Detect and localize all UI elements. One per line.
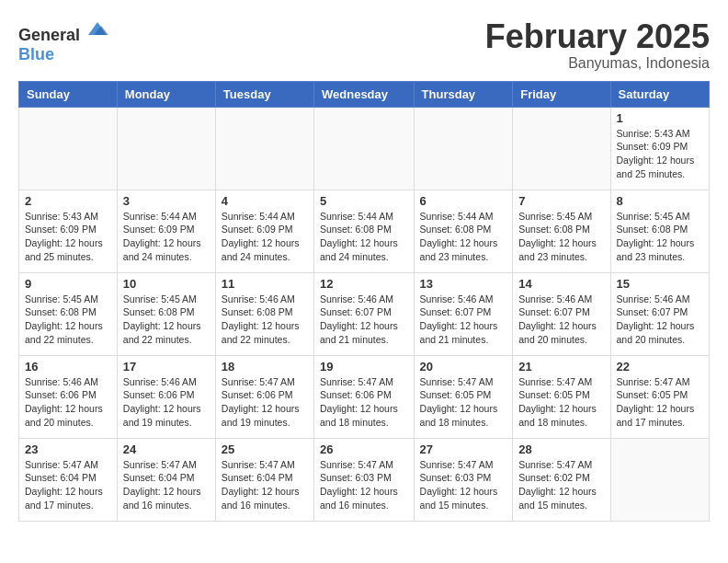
month-title: February 2025 [485,18,710,55]
day-info: Sunrise: 5:44 AM Sunset: 6:09 PM Dayligh… [222,210,308,264]
calendar-week-row: 2Sunrise: 5:43 AM Sunset: 6:09 PM Daylig… [19,190,710,272]
calendar-cell: 24Sunrise: 5:47 AM Sunset: 6:04 PM Dayli… [117,438,215,521]
day-info: Sunrise: 5:47 AM Sunset: 6:05 PM Dayligh… [617,375,703,430]
day-number: 7 [518,194,604,208]
day-number: 13 [420,277,507,291]
day-number: 10 [123,277,210,291]
day-number: 3 [123,194,210,208]
calendar-cell: 9Sunrise: 5:45 AM Sunset: 6:08 PM Daylig… [19,272,118,355]
calendar-cell [610,438,709,521]
day-info: Sunrise: 5:45 AM Sunset: 6:08 PM Dayligh… [123,293,210,347]
calendar-cell: 5Sunrise: 5:44 AM Sunset: 6:08 PM Daylig… [314,190,415,272]
day-number: 26 [320,442,408,456]
day-info: Sunrise: 5:46 AM Sunset: 6:06 PM Dayligh… [25,375,111,430]
day-info: Sunrise: 5:46 AM Sunset: 6:07 PM Dayligh… [518,293,604,347]
day-info: Sunrise: 5:46 AM Sunset: 6:07 PM Dayligh… [420,293,507,347]
day-info: Sunrise: 5:44 AM Sunset: 6:08 PM Dayligh… [420,210,507,264]
day-info: Sunrise: 5:46 AM Sunset: 6:07 PM Dayligh… [617,293,703,347]
day-info: Sunrise: 5:43 AM Sunset: 6:09 PM Dayligh… [617,127,703,181]
day-number: 6 [420,194,507,208]
calendar-cell: 27Sunrise: 5:47 AM Sunset: 6:03 PM Dayli… [414,438,513,521]
day-info: Sunrise: 5:44 AM Sunset: 6:08 PM Dayligh… [320,210,408,264]
day-info: Sunrise: 5:47 AM Sunset: 6:04 PM Dayligh… [25,458,111,512]
weekday-header-friday: Friday [513,81,610,107]
day-number: 25 [222,442,308,456]
day-number: 21 [518,360,604,373]
weekday-header-wednesday: Wednesday [314,81,415,107]
day-number: 24 [123,442,210,456]
location: Banyumas, Indonesia [485,55,710,72]
calendar-cell [215,107,313,190]
day-info: Sunrise: 5:47 AM Sunset: 6:04 PM Dayligh… [123,458,210,512]
calendar-cell: 12Sunrise: 5:46 AM Sunset: 6:07 PM Dayli… [314,272,415,355]
day-info: Sunrise: 5:47 AM Sunset: 6:03 PM Dayligh… [420,458,507,512]
calendar-week-row: 16Sunrise: 5:46 AM Sunset: 6:06 PM Dayli… [19,355,710,438]
calendar-cell: 26Sunrise: 5:47 AM Sunset: 6:03 PM Dayli… [314,438,415,521]
calendar-cell: 17Sunrise: 5:46 AM Sunset: 6:06 PM Dayli… [117,355,215,438]
weekday-header-monday: Monday [117,81,215,107]
day-number: 4 [222,194,308,208]
day-number: 23 [25,442,111,456]
calendar-cell: 15Sunrise: 5:46 AM Sunset: 6:07 PM Dayli… [610,272,709,355]
weekday-header-thursday: Thursday [414,81,513,107]
calendar-week-row: 9Sunrise: 5:45 AM Sunset: 6:08 PM Daylig… [19,272,710,355]
calendar-week-row: 1Sunrise: 5:43 AM Sunset: 6:09 PM Daylig… [19,107,710,190]
calendar-cell: 28Sunrise: 5:47 AM Sunset: 6:02 PM Dayli… [513,438,610,521]
day-info: Sunrise: 5:45 AM Sunset: 6:08 PM Dayligh… [617,210,703,264]
page-header: General Blue February 2025 Banyumas, Ind… [18,18,710,72]
calendar-cell: 16Sunrise: 5:46 AM Sunset: 6:06 PM Dayli… [19,355,118,438]
day-info: Sunrise: 5:44 AM Sunset: 6:09 PM Dayligh… [123,210,210,264]
title-block: February 2025 Banyumas, Indonesia [485,18,710,72]
calendar-cell: 3Sunrise: 5:44 AM Sunset: 6:09 PM Daylig… [117,190,215,272]
day-number: 28 [518,442,604,456]
day-info: Sunrise: 5:43 AM Sunset: 6:09 PM Dayligh… [25,210,111,264]
day-info: Sunrise: 5:47 AM Sunset: 6:02 PM Dayligh… [518,458,604,512]
logo-text: General Blue [18,18,108,64]
logo-blue: Blue [18,45,54,63]
logo-icon [86,18,108,40]
day-info: Sunrise: 5:46 AM Sunset: 6:08 PM Dayligh… [222,293,308,347]
calendar-cell: 2Sunrise: 5:43 AM Sunset: 6:09 PM Daylig… [19,190,118,272]
calendar-cell: 25Sunrise: 5:47 AM Sunset: 6:04 PM Dayli… [215,438,313,521]
logo-general: General [18,26,80,44]
day-info: Sunrise: 5:45 AM Sunset: 6:08 PM Dayligh… [518,210,604,264]
logo: General Blue [18,18,108,64]
day-number: 18 [222,360,308,373]
calendar-cell [19,107,118,190]
weekday-header-sunday: Sunday [19,81,118,107]
day-info: Sunrise: 5:46 AM Sunset: 6:07 PM Dayligh… [320,293,408,347]
day-number: 17 [123,360,210,373]
calendar-cell: 10Sunrise: 5:45 AM Sunset: 6:08 PM Dayli… [117,272,215,355]
day-number: 19 [320,360,408,373]
calendar-cell: 1Sunrise: 5:43 AM Sunset: 6:09 PM Daylig… [610,107,709,190]
calendar-cell: 11Sunrise: 5:46 AM Sunset: 6:08 PM Dayli… [215,272,313,355]
day-info: Sunrise: 5:47 AM Sunset: 6:05 PM Dayligh… [420,375,507,430]
calendar-cell: 21Sunrise: 5:47 AM Sunset: 6:05 PM Dayli… [513,355,610,438]
day-number: 20 [420,360,507,373]
calendar-cell: 7Sunrise: 5:45 AM Sunset: 6:08 PM Daylig… [513,190,610,272]
calendar-cell: 22Sunrise: 5:47 AM Sunset: 6:05 PM Dayli… [610,355,709,438]
day-number: 12 [320,277,408,291]
day-info: Sunrise: 5:47 AM Sunset: 6:06 PM Dayligh… [222,375,308,430]
day-number: 11 [222,277,308,291]
calendar-cell: 14Sunrise: 5:46 AM Sunset: 6:07 PM Dayli… [513,272,610,355]
calendar-cell: 4Sunrise: 5:44 AM Sunset: 6:09 PM Daylig… [215,190,313,272]
day-number: 27 [420,442,507,456]
day-number: 22 [617,360,703,373]
calendar-cell: 13Sunrise: 5:46 AM Sunset: 6:07 PM Dayli… [414,272,513,355]
calendar-cell [117,107,215,190]
calendar-cell [513,107,610,190]
day-number: 8 [617,194,703,208]
calendar-cell: 19Sunrise: 5:47 AM Sunset: 6:06 PM Dayli… [314,355,415,438]
day-info: Sunrise: 5:47 AM Sunset: 6:04 PM Dayligh… [222,458,308,512]
calendar-week-row: 23Sunrise: 5:47 AM Sunset: 6:04 PM Dayli… [19,438,710,521]
calendar-cell: 23Sunrise: 5:47 AM Sunset: 6:04 PM Dayli… [19,438,118,521]
day-info: Sunrise: 5:47 AM Sunset: 6:05 PM Dayligh… [518,375,604,430]
day-info: Sunrise: 5:47 AM Sunset: 6:03 PM Dayligh… [320,458,408,512]
calendar-cell [314,107,415,190]
day-number: 2 [25,194,111,208]
day-number: 5 [320,194,408,208]
day-info: Sunrise: 5:47 AM Sunset: 6:06 PM Dayligh… [320,375,408,430]
calendar-cell [414,107,513,190]
day-info: Sunrise: 5:45 AM Sunset: 6:08 PM Dayligh… [25,293,111,347]
